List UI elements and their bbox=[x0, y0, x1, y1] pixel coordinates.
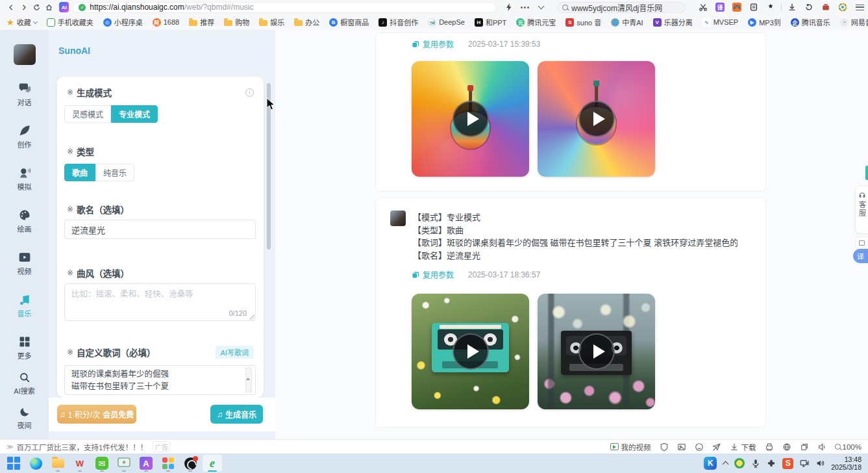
taskbar-obs[interactable] bbox=[180, 455, 200, 472]
tray-expand-icon[interactable] bbox=[723, 461, 729, 468]
start-button[interactable] bbox=[4, 455, 23, 472]
play-button[interactable] bbox=[453, 101, 489, 137]
avatar[interactable] bbox=[14, 44, 36, 65]
bookmark-tencent-music[interactable]: 企腾讯音乐 bbox=[791, 17, 830, 27]
lyrics-textarea[interactable]: 斑驳的课桌刻着年少的倔强 磁带在书包里转了三十个夏 滚铁环穿过弄堂褪色的砖墙 bbox=[64, 365, 256, 395]
type-song-button[interactable]: 歌曲 bbox=[64, 164, 95, 181]
downloads-icon[interactable] bbox=[784, 1, 800, 13]
album-art[interactable] bbox=[538, 61, 655, 177]
cost-button[interactable]: ♫ 1 积分/次 会员免费 bbox=[57, 405, 136, 424]
toolbox-icon[interactable] bbox=[817, 1, 834, 13]
info-icon[interactable]: i bbox=[245, 88, 254, 97]
bookmark-folder-gouwu[interactable]: 购物 bbox=[224, 17, 249, 27]
network-icon[interactable] bbox=[800, 459, 809, 468]
generate-music-button[interactable]: ♫ 生成音乐 bbox=[210, 405, 263, 424]
rocket-icon[interactable] bbox=[712, 442, 721, 452]
reader-extension-icon[interactable] bbox=[745, 1, 762, 13]
collapse-chevron-icon[interactable] bbox=[533, 1, 549, 13]
bookmark-folder-tuijian[interactable]: 推荐 bbox=[189, 17, 214, 27]
side-panel-peek[interactable] bbox=[865, 166, 868, 180]
sidebar-item-create[interactable]: 创作 bbox=[18, 124, 32, 149]
coin-icon[interactable] bbox=[734, 458, 745, 468]
panel-scrollbar[interactable] bbox=[267, 81, 271, 425]
translate-button[interactable]: 译 bbox=[853, 249, 868, 263]
download-button[interactable]: 下载 bbox=[730, 442, 756, 452]
chevrons-icon[interactable]: ≫ bbox=[6, 443, 13, 450]
kimi-icon[interactable]: K bbox=[704, 457, 717, 470]
sidebar-item-more[interactable]: 更多 bbox=[18, 335, 32, 361]
taskbar-ai-app[interactable]: A bbox=[136, 455, 156, 472]
album-art[interactable] bbox=[412, 294, 529, 409]
remote-control-icon[interactable] bbox=[767, 459, 776, 468]
games-extension-icon[interactable]: 🎮 bbox=[728, 1, 745, 13]
window-restore-icon[interactable] bbox=[800, 442, 809, 452]
bookmark-heppt[interactable]: H和PPT bbox=[475, 17, 506, 27]
bookmark-netease-music[interactable]: ◔网易音乐 bbox=[840, 17, 868, 27]
bookmark-miniprogram[interactable]: ◎小程序桌 bbox=[103, 17, 143, 27]
reuse-params-button[interactable]: 复用参数 bbox=[412, 38, 454, 49]
shield-icon[interactable] bbox=[660, 442, 669, 452]
sidebar-item-night-mode[interactable]: 夜间 bbox=[18, 406, 32, 430]
bookmark-yueqi-fenli[interactable]: V乐器分离 bbox=[653, 17, 693, 27]
microphone-icon[interactable] bbox=[751, 459, 760, 468]
taskbar-wechat[interactable]: ✉ bbox=[92, 455, 112, 472]
sidebar-item-video[interactable]: 视频 bbox=[18, 251, 32, 276]
textarea-scrollbar[interactable] bbox=[245, 368, 252, 392]
bookmark-folder-bangong[interactable]: 办公 bbox=[294, 17, 319, 27]
speaker-icon[interactable] bbox=[817, 442, 826, 452]
ai-write-lyrics-button[interactable]: AI写歌词 bbox=[216, 346, 254, 359]
ie-globe-icon[interactable] bbox=[782, 442, 791, 452]
album-art[interactable] bbox=[538, 294, 655, 409]
play-button[interactable] bbox=[578, 333, 615, 370]
menu-icon[interactable] bbox=[851, 1, 868, 13]
bookmark-yuanbao[interactable]: 元腾讯元宝 bbox=[516, 17, 556, 27]
sidebar-item-simulate[interactable]: 模拟 bbox=[18, 166, 32, 192]
sidebar-item-music[interactable]: 音乐 bbox=[18, 293, 32, 318]
mode-inspiration-button[interactable]: 灵感模式 bbox=[64, 105, 111, 123]
bookmark-deepseek[interactable]: 🐋DeepSe bbox=[428, 18, 465, 27]
ad-text[interactable]: 百万工厂货比三家，支持1件代发！！！ bbox=[16, 442, 147, 452]
bookmark-mp3[interactable]: ▶MP3到 bbox=[748, 17, 781, 27]
taskbar-wps[interactable]: W bbox=[70, 455, 90, 472]
back-icon[interactable] bbox=[5, 1, 18, 13]
bookmark-favorites[interactable]: ★收藏 bbox=[6, 17, 37, 27]
translate-extension-icon[interactable]: 译 bbox=[712, 1, 728, 13]
play-button[interactable] bbox=[453, 333, 489, 370]
address-bar[interactable]: ✓ https://ai.qianshouaigc.com/web/?qbmd#… bbox=[73, 2, 497, 13]
sidebar-item-ai-search[interactable]: AI搜索 bbox=[14, 372, 34, 396]
bookmark-phone[interactable]: 手机收藏夹 bbox=[47, 17, 93, 27]
bookmark-1688[interactable]: 阿1688 bbox=[153, 18, 179, 27]
taskbar-explorer[interactable] bbox=[48, 455, 68, 472]
reuse-params-button[interactable]: 复用参数 bbox=[412, 269, 454, 280]
sidebar-item-paint[interactable]: 绘画 bbox=[18, 209, 32, 234]
history-undo-icon[interactable] bbox=[800, 1, 817, 13]
customer-service-tab[interactable]: 客服 bbox=[855, 186, 868, 234]
sogou-icon[interactable]: S bbox=[782, 458, 793, 469]
play-button[interactable] bbox=[578, 101, 615, 137]
more-options-icon[interactable] bbox=[517, 1, 533, 13]
scissors-icon[interactable] bbox=[695, 1, 712, 13]
browser-logo-icon[interactable] bbox=[834, 1, 851, 13]
security-icon[interactable]: ✓ bbox=[79, 4, 86, 11]
home-icon[interactable] bbox=[43, 1, 55, 13]
zoom-control[interactable]: 100% bbox=[835, 443, 862, 451]
taskbar-colorful-app[interactable] bbox=[158, 455, 178, 472]
browser-search-input[interactable]: www5ydjcom清风dj音乐网 bbox=[557, 2, 686, 13]
bookmark-chuchuang[interactable]: B橱窗商品 bbox=[329, 17, 369, 27]
volume-icon[interactable] bbox=[815, 459, 825, 468]
bookmark-zhongqing-ai[interactable]: 🌐中青AI bbox=[611, 17, 643, 27]
style-textarea[interactable] bbox=[64, 283, 256, 321]
type-instrumental-button[interactable]: 纯音乐 bbox=[95, 164, 134, 181]
taskbar-clock[interactable]: 13:48 2025/3/18 bbox=[831, 455, 862, 471]
bookmark-suno[interactable]: Ssuno 音 bbox=[565, 17, 601, 27]
bookmark-douyin-chuangzuo[interactable]: ♪抖音创作 bbox=[378, 17, 418, 27]
accelerator-icon[interactable] bbox=[501, 1, 517, 13]
side-panel-toggle[interactable] bbox=[855, 236, 868, 249]
mode-professional-button[interactable]: 专业模式 bbox=[111, 105, 158, 123]
bookmark-mvsep[interactable]: ∿MVSEP bbox=[702, 18, 739, 27]
taskbar-screenshare[interactable] bbox=[114, 455, 134, 472]
printer-icon[interactable] bbox=[765, 442, 774, 452]
forward-icon[interactable] bbox=[18, 1, 30, 13]
song-name-input[interactable] bbox=[64, 220, 256, 239]
album-art[interactable] bbox=[412, 61, 529, 177]
